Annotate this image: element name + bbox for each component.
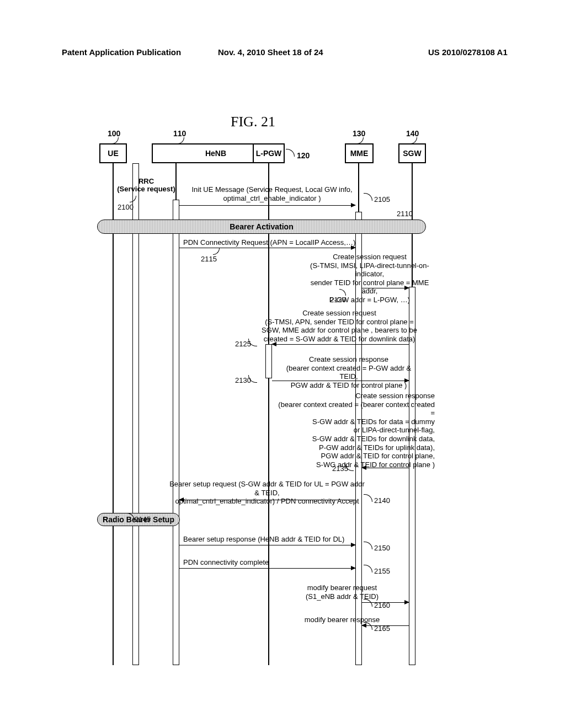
curve-icon — [364, 542, 372, 549]
ue-ref: 100 — [108, 129, 120, 138]
curve-icon — [286, 149, 295, 157]
csr2-ref: 2125 — [235, 340, 251, 348]
sgw-node: SGW — [398, 143, 426, 163]
rrc-label: RRC (Service request) — [116, 178, 177, 194]
rrc-ref: 2100 — [118, 203, 134, 211]
arrow-bsresp — [179, 545, 355, 545]
csr2-msg: Create session request (S-TMSI, APN, sen… — [259, 309, 419, 343]
csresp1-ref: 2130 — [235, 376, 251, 384]
csresp2-ref: 2135 — [332, 464, 348, 473]
pdn-ref: 2115 — [201, 255, 217, 263]
arrow-csr1 — [362, 288, 409, 288]
ue-lifeline — [113, 163, 114, 665]
csr1-ref: 2120 — [330, 296, 346, 304]
sgw-label: SGW — [403, 149, 421, 158]
header-left: Patent Application Publication — [62, 47, 181, 57]
curve-icon — [213, 248, 220, 255]
csr1-msg: Create session request (S-TMSI, IMSI, LI… — [309, 253, 430, 304]
mbr-msg: modify bearer request (S1_eNB addr & TEI… — [287, 584, 397, 601]
ba-label: Bearer Activation — [230, 222, 293, 231]
csresp1-msg: Create session response (bearer context … — [277, 355, 420, 389]
lpgw-node: L-PGW — [253, 143, 285, 163]
bsr-msg: Bearer setup request (S-GW addr & TEID f… — [168, 480, 366, 506]
bsresp-msg: Bearer setup response (HeNB addr & TEID … — [183, 535, 360, 544]
sgw-activation — [409, 287, 415, 665]
pdn-req-msg: PDN Connectivity Request (APN = LocalIP … — [183, 238, 360, 247]
mme-ref: 130 — [353, 129, 365, 138]
header-right: US 2010/0278108 A1 — [428, 47, 508, 57]
ue-node: UE — [99, 143, 127, 163]
rrc-line1: RRC — [116, 178, 177, 185]
pdn-complete-msg: PDN connectivity complete — [183, 558, 360, 567]
arrow-pdn-req — [179, 248, 355, 248]
sgw-ref: 140 — [406, 129, 419, 138]
henb-ref: 110 — [173, 129, 186, 138]
curve-icon — [364, 494, 372, 502]
csresp2-msg: Create session response (bearer context … — [275, 392, 435, 469]
radio-ref: 2145 — [135, 515, 151, 523]
init-ref: 2105 — [374, 195, 390, 204]
curve-icon — [364, 565, 372, 572]
curve-icon — [364, 193, 372, 201]
lpgw-activation — [265, 344, 272, 378]
mme-label: MME — [350, 149, 369, 158]
mbresp-msg: modify bearer response — [287, 615, 397, 624]
bsr-ref: 2140 — [374, 496, 390, 505]
pdn-complete-ref: 2155 — [374, 567, 390, 575]
ba-ref: 2110 — [397, 210, 413, 218]
ue-activation — [132, 163, 139, 665]
henb-label: HeNB — [205, 149, 226, 158]
mbr-ref: 2160 — [374, 601, 390, 609]
ue-label: UE — [108, 149, 118, 158]
lpgw-label: L-PGW — [256, 149, 282, 158]
arrow-init — [179, 205, 355, 206]
arrow-pdn-complete — [179, 568, 355, 569]
init-msg: Init UE Message (Service Request, Local … — [186, 185, 358, 202]
sequence-diagram: 100 UE 110 HeNB L-PGW 120 130 MME 140 SG… — [99, 127, 541, 667]
arrow-bsr — [179, 500, 355, 500]
header-center: Nov. 4, 2010 Sheet 18 of 24 — [218, 47, 323, 57]
rrc-line2: (Service request) — [116, 185, 177, 193]
bsresp-ref: 2150 — [374, 544, 390, 552]
bearer-activation-phase: Bearer Activation — [97, 220, 426, 234]
henb-activation — [173, 200, 179, 665]
arrow-csresp1 — [272, 381, 409, 381]
arrow-csr2 — [272, 344, 409, 345]
lpgw-ref: 120 — [297, 151, 310, 160]
mbresp-ref: 2165 — [374, 624, 390, 633]
arrow-csresp2 — [362, 468, 409, 468]
mme-node: MME — [345, 143, 374, 163]
